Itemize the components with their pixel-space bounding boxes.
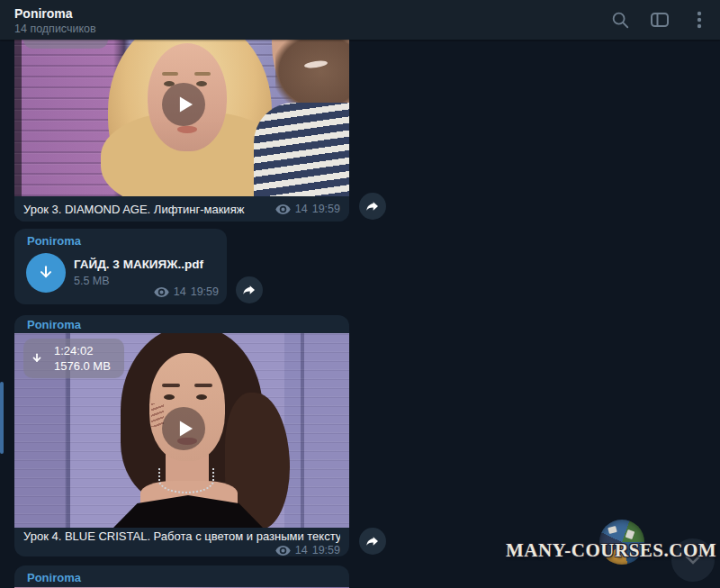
message-video-lesson-4: Poniroma 1:24:02 1576.0 MB — [14, 315, 349, 556]
forward-arrow-icon — [365, 199, 380, 213]
message-time: 19:59 — [191, 285, 219, 298]
eye — [164, 394, 175, 400]
eye — [196, 394, 207, 400]
brow — [162, 384, 180, 387]
views-eye-icon — [275, 204, 291, 214]
forward-button[interactable] — [359, 528, 386, 555]
file-name[interactable]: ГАЙД. 3 МАКИЯЖ..pdf — [74, 258, 203, 271]
download-arrow-icon — [37, 264, 55, 282]
forward-button[interactable] — [236, 276, 263, 303]
video-caption-row: Урок 4. BLUE CRISTAL. Работа с цветом и … — [14, 528, 349, 556]
scroll-to-bottom-button[interactable] — [671, 538, 715, 582]
message-meta: 14 19:59 — [275, 203, 340, 215]
message-pdf-guide: Poniroma ГАЙД. 3 МАКИЯЖ..pdf 5.5 MB 14 1… — [14, 229, 227, 304]
brow — [162, 72, 178, 76]
message-time: 19:59 — [312, 203, 340, 215]
play-button[interactable] — [162, 407, 205, 450]
message-meta: 14 19:59 — [23, 544, 340, 556]
views-count: 14 — [295, 544, 308, 556]
forward-arrow-icon — [242, 283, 256, 297]
video-duration: 1:24:02 — [54, 344, 111, 358]
brow — [194, 384, 212, 387]
video-thumbnail[interactable]: 1:24:02 1576.0 MB — [14, 333, 349, 528]
header-actions — [607, 0, 713, 40]
file-size: 5.5 MB — [74, 275, 110, 287]
video-download-badge[interactable]: 1:24:02 1576.0 MB — [23, 339, 124, 378]
search-icon[interactable] — [607, 6, 634, 33]
views-count: 14 — [174, 285, 186, 298]
video-caption: Урок 3. DIAMOND AGE. Лифтинг-макияж — [23, 203, 268, 216]
scroll-indicator[interactable] — [0, 382, 4, 454]
menu-kebab-icon[interactable] — [686, 6, 713, 33]
chat-title: Poniroma — [14, 6, 73, 21]
lips — [177, 126, 197, 133]
play-icon — [178, 420, 194, 438]
man-beard — [275, 40, 349, 110]
sender-name[interactable]: Poniroma — [27, 318, 81, 331]
file-download-button[interactable] — [26, 253, 66, 293]
eye — [196, 81, 207, 86]
video-caption-row: Урок 3. DIAMOND AGE. Лифтинг-макияж 14 1… — [14, 196, 349, 222]
forward-button[interactable] — [359, 193, 386, 220]
brow — [194, 72, 211, 76]
play-button[interactable] — [162, 83, 205, 126]
download-arrow-icon — [23, 352, 50, 365]
play-icon — [178, 95, 194, 113]
message-partial-next: Poniroma — [14, 565, 349, 588]
sender-name[interactable]: Poniroma — [27, 571, 81, 584]
man-striped-shirt — [254, 103, 349, 196]
sender-name[interactable]: Poniroma — [27, 234, 81, 248]
message-time: 19:59 — [312, 544, 340, 556]
chat-header[interactable]: Poniroma 14 подписчиков — [0, 0, 720, 40]
video-size: 1576.0 MB — [54, 359, 111, 374]
many-courses-logo-icon — [599, 520, 644, 565]
sidebar-toggle-icon[interactable] — [646, 6, 673, 33]
views-count: 14 — [295, 203, 308, 215]
views-eye-icon — [154, 287, 169, 297]
chat-subscribers: 14 подписчиков — [14, 23, 96, 35]
views-eye-icon — [275, 546, 291, 556]
chevron-down-icon — [685, 555, 701, 565]
message-meta: 14 19:59 — [154, 285, 219, 298]
forward-arrow-icon — [365, 534, 380, 548]
necklace — [158, 468, 214, 493]
video-caption: Урок 4. BLUE CRISTAL. Работа с цветом и … — [23, 529, 340, 543]
